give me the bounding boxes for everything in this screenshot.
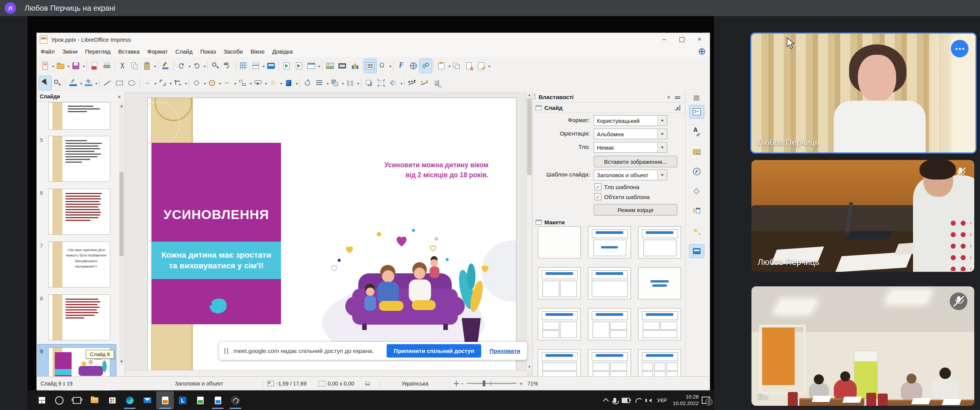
new-document-button[interactable]	[39, 59, 51, 73]
panel-menu-icon[interactable]	[675, 96, 680, 97]
menu-1[interactable]: Файл	[37, 46, 59, 57]
start-from-first-slide-button[interactable]	[281, 59, 293, 73]
tray-mic-icon[interactable]	[613, 398, 616, 403]
redo-button[interactable]	[191, 59, 203, 73]
horizontal-scrollbar[interactable]	[125, 370, 526, 377]
tab-master-slides-list[interactable]	[689, 205, 704, 218]
chevron-down-icon[interactable]	[657, 170, 667, 180]
save-button[interactable]	[70, 59, 82, 73]
dropdown-arrow-icon[interactable]	[296, 83, 298, 86]
rectangle-tool[interactable]	[113, 76, 126, 90]
background-select[interactable]: Немає	[594, 142, 667, 153]
tab-master-slides[interactable]	[689, 245, 704, 258]
dropdown-arrow-icon[interactable]	[318, 66, 320, 69]
filter-tool[interactable]	[387, 76, 400, 90]
display-views-button[interactable]	[265, 59, 277, 73]
zoom-slider[interactable]	[467, 383, 516, 384]
transformations-tool[interactable]	[375, 76, 387, 90]
help-globe-icon[interactable]	[698, 47, 706, 56]
layout-thumb-9[interactable]	[638, 308, 681, 340]
tab-animation[interactable]	[689, 225, 704, 238]
start-button[interactable]	[33, 391, 51, 409]
menu-5[interactable]: Формат	[144, 46, 172, 57]
show-draw-functions-button[interactable]	[420, 59, 432, 73]
tab-properties[interactable]	[689, 105, 704, 118]
dropdown-arrow-icon[interactable]	[154, 66, 156, 69]
zoom-level[interactable]: 71%	[527, 381, 538, 387]
edit-points-tool[interactable]	[406, 76, 418, 90]
master-view-button[interactable]: Режим взірця	[594, 204, 677, 216]
line-color-tool[interactable]	[67, 76, 79, 90]
symbol-shapes-tool[interactable]	[206, 76, 218, 90]
dropdown-arrow-icon[interactable]	[185, 83, 187, 86]
window-titlebar[interactable]: Урок.pptx - LibreOffice Impress – ×	[37, 33, 710, 46]
fontwork-button[interactable]	[395, 59, 407, 73]
notifications-icon[interactable]: 2	[702, 397, 710, 404]
dropdown-arrow-icon[interactable]	[488, 66, 490, 69]
dialog-launcher-icon[interactable]	[675, 105, 680, 110]
hide-link[interactable]: Приховати	[490, 348, 520, 354]
slide-canvas[interactable]: УСИНОВЛЕННЯ Кожна дитина має зростати та…	[147, 98, 516, 375]
clone-formatting-button[interactable]	[160, 59, 172, 73]
layout-thumb-5[interactable]	[588, 267, 631, 299]
find-replace-button[interactable]	[209, 59, 222, 73]
sidebar-settings-icon[interactable]	[689, 94, 704, 102]
special-character-button[interactable]	[376, 59, 389, 73]
display-grid-button[interactable]	[237, 59, 250, 73]
more-options-button[interactable]	[951, 40, 969, 57]
checkbox-checked[interactable]: ✓	[595, 183, 601, 190]
fit-slide-icon[interactable]	[364, 381, 371, 387]
undo-button[interactable]	[175, 59, 188, 73]
fill-color-tool[interactable]	[82, 76, 95, 90]
ellipse-tool[interactable]	[126, 76, 138, 90]
tab-shapes[interactable]	[689, 185, 704, 198]
dropdown-arrow-icon[interactable]	[204, 66, 206, 69]
duplicate-slide-button[interactable]	[451, 59, 463, 73]
menu-4[interactable]: Вставка	[114, 46, 144, 57]
format-select[interactable]: Користувацький	[594, 115, 667, 126]
start-from-current-slide-button[interactable]	[293, 59, 305, 73]
layout-thumb-7[interactable]	[538, 308, 581, 340]
menu-6[interactable]: Слайд	[172, 46, 196, 57]
insert-image-button[interactable]	[324, 59, 336, 73]
document-language[interactable]: Українська	[384, 381, 446, 387]
wifi-icon[interactable]	[635, 398, 642, 403]
lines-arrows-tool[interactable]	[141, 76, 154, 90]
extrusion-tool[interactable]	[431, 76, 443, 90]
arrange-tool[interactable]	[329, 76, 341, 90]
glue-points-tool[interactable]	[418, 76, 431, 90]
insert-textbox-button[interactable]	[364, 59, 376, 73]
insert-media-button[interactable]	[336, 59, 348, 73]
spelling-button[interactable]	[222, 59, 234, 73]
menu-8[interactable]: Засоби	[220, 46, 247, 57]
delete-slide-button[interactable]	[463, 59, 475, 73]
new-slide-button[interactable]	[435, 59, 448, 73]
paste-button[interactable]	[141, 59, 153, 73]
layout-thumb-8[interactable]	[588, 308, 631, 340]
slide-properties-button[interactable]	[475, 59, 487, 73]
cut-button[interactable]	[116, 59, 129, 73]
minimize-button[interactable]: –	[655, 33, 673, 46]
mail-button[interactable]	[139, 391, 156, 409]
connector-tool[interactable]	[172, 76, 184, 90]
video-tile-2[interactable]: Любов Перчиць	[751, 160, 974, 272]
menu-7[interactable]: Показ	[196, 46, 220, 57]
orientation-select[interactable]: Альбомна	[594, 129, 667, 139]
align-tool[interactable]	[314, 76, 326, 90]
chevron-down-icon[interactable]	[657, 143, 667, 152]
insert-chart-button[interactable]	[348, 59, 361, 73]
slides-panel-close-icon[interactable]: ×	[118, 93, 121, 100]
3d-objects-tool[interactable]	[283, 76, 295, 90]
keyboard-language[interactable]: УКР	[657, 397, 667, 403]
slides-scrollbar[interactable]	[119, 103, 124, 365]
impress-taskbar-button[interactable]	[156, 391, 174, 409]
tray-expand-icon[interactable]	[603, 398, 609, 404]
print-button[interactable]	[101, 59, 113, 73]
dropdown-arrow-icon[interactable]	[389, 66, 392, 69]
insert-line-tool[interactable]	[101, 76, 113, 90]
distribute-tool[interactable]	[344, 76, 356, 90]
menu-10[interactable]: Довідка	[268, 46, 297, 57]
dropdown-arrow-icon[interactable]	[83, 66, 85, 69]
writer-taskbar-button[interactable]	[209, 391, 227, 409]
insert-table-button[interactable]	[305, 59, 317, 73]
